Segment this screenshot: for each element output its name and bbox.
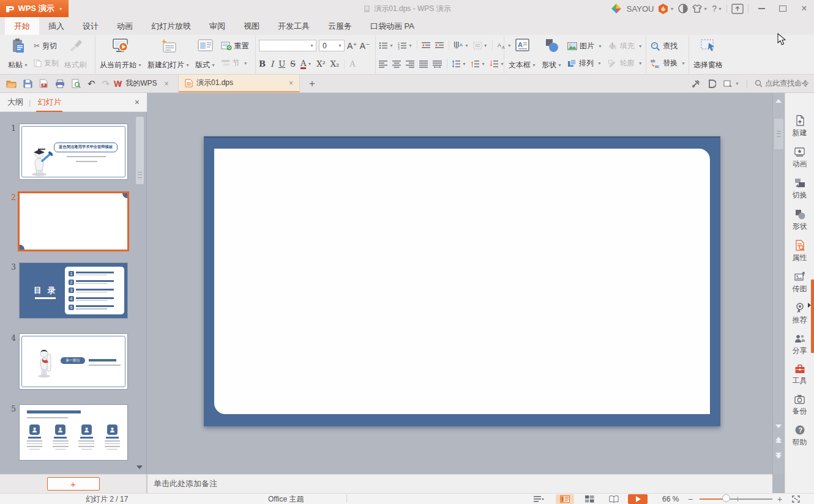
scroll-up-icon[interactable]: [775, 99, 782, 103]
slide-sorter-view-button[interactable]: [580, 494, 599, 504]
decrease-font-button[interactable]: A⁻: [360, 41, 370, 51]
decrease-indent-button[interactable]: [422, 42, 431, 50]
section-button[interactable]: 节▼: [220, 57, 250, 69]
align-left-button[interactable]: [379, 60, 388, 68]
print-icon[interactable]: [55, 80, 65, 88]
thumbnail-scroll-down-icon[interactable]: [136, 465, 143, 469]
close-panel-button[interactable]: ×: [135, 97, 140, 107]
italic-button[interactable]: I: [271, 59, 274, 69]
close-tab-icon[interactable]: ×: [289, 79, 293, 87]
numbering-button[interactable]: 123▼: [398, 42, 413, 50]
increase-font-button[interactable]: A⁺: [347, 41, 357, 51]
bullets-button[interactable]: ▼: [379, 42, 394, 50]
distribute-button[interactable]: [433, 60, 442, 68]
sidebar-item-backup[interactable]: 备份: [793, 394, 807, 417]
tab-home[interactable]: 开始: [5, 17, 39, 35]
copy-button[interactable]: 复制: [32, 57, 60, 69]
minimize-button[interactable]: [753, 2, 770, 15]
skin-theme-button[interactable]: ▼: [692, 4, 708, 13]
subscript-button[interactable]: X₂: [330, 59, 339, 69]
next-slide-button[interactable]: [775, 453, 782, 459]
slides-tab[interactable]: 幻灯片: [36, 93, 62, 112]
find-button[interactable]: 查找: [649, 40, 687, 52]
zoom-out-button[interactable]: −: [688, 494, 693, 504]
justify-button[interactable]: [419, 60, 428, 68]
fit-to-window-button[interactable]: [792, 494, 800, 504]
text-direction-button[interactable]: A▼: [454, 42, 469, 50]
notes-bar[interactable]: 单击此处添加备注: [147, 474, 772, 493]
format-painter-button[interactable]: 格式刷: [63, 36, 88, 73]
zoom-in-button[interactable]: +: [777, 494, 782, 504]
sidebar-item-tools[interactable]: 工具: [793, 364, 807, 386]
previous-slide-button[interactable]: [775, 437, 782, 443]
tab-developer[interactable]: 开发工具: [269, 17, 319, 35]
tab-pocket-animation[interactable]: 口袋动画 PA: [361, 17, 424, 35]
close-tab-icon[interactable]: ×: [165, 80, 169, 88]
canvas-scrollbar[interactable]: [772, 93, 785, 474]
sidebar-item-help[interactable]: ?帮助: [793, 424, 807, 448]
slide-4-thumbnail[interactable]: 第一部分: [20, 334, 127, 389]
sidebar-item-new[interactable]: 新建: [793, 115, 807, 138]
user-name[interactable]: SAYOU: [627, 4, 654, 13]
thumbnail-scrollbar-thumb[interactable]: [136, 117, 144, 184]
tab-cloud[interactable]: 云服务: [319, 17, 361, 35]
sidebar-item-shapes[interactable]: 形状: [793, 209, 807, 232]
current-slide[interactable]: [204, 136, 720, 426]
thumbnail-scrollbar[interactable]: [135, 112, 145, 474]
arrange-button[interactable]: 排列▼: [566, 57, 603, 69]
reset-button[interactable]: 重置: [220, 40, 250, 52]
selection-pane-button[interactable]: 选择窗格: [692, 36, 724, 73]
picture-button[interactable]: 图片▼: [566, 40, 603, 52]
sidebar-item-recommend[interactable]: 推荐: [793, 302, 807, 325]
tab-view[interactable]: 视图: [234, 17, 269, 35]
sidebar-item-animation[interactable]: 动画: [793, 146, 807, 169]
tab-review[interactable]: 审阅: [200, 17, 234, 35]
superscript-button[interactable]: X²: [316, 59, 325, 69]
feedback-icon[interactable]: [678, 4, 688, 13]
slide-2-thumbnail-selected[interactable]: [20, 193, 127, 250]
underline-button[interactable]: U: [278, 59, 285, 69]
outline-tab[interactable]: 大纲: [7, 97, 23, 108]
task-pane-handle[interactable]: [811, 280, 814, 353]
window-layout-button[interactable]: ▼: [723, 80, 739, 87]
scroll-down-icon[interactable]: [775, 424, 782, 428]
fix-tool-icon[interactable]: [692, 80, 700, 88]
tab-wps-home[interactable]: W 我的WPS ×: [108, 75, 179, 92]
paragraph-spacing-before-button[interactable]: ▼: [471, 60, 485, 68]
membership-badge[interactable]: ▼: [658, 4, 674, 14]
reading-view-button[interactable]: [605, 494, 623, 504]
tab-animation[interactable]: 动画: [108, 17, 142, 35]
normal-view-button[interactable]: [556, 494, 574, 504]
help-menu-button[interactable]: ?▼: [712, 4, 722, 13]
hide-ribbon-icon[interactable]: [731, 4, 744, 14]
layout-button[interactable]: 版式▼: [194, 36, 217, 73]
maximize-button[interactable]: [774, 2, 791, 15]
line-spacing-button[interactable]: ▼: [452, 60, 466, 68]
sidebar-item-share[interactable]: 分享: [793, 333, 807, 356]
add-slide-button[interactable]: +: [47, 477, 100, 491]
tab-document[interactable]: 演示01.dps ×: [179, 75, 300, 92]
print-preview-icon[interactable]: [72, 79, 81, 88]
strikethrough-button[interactable]: S: [290, 59, 296, 69]
save-icon[interactable]: [23, 80, 32, 88]
new-tab-button[interactable]: +: [304, 75, 321, 92]
align-center-button[interactable]: [392, 60, 401, 68]
bold-button[interactable]: B: [259, 59, 266, 69]
font-name-select[interactable]: ▼: [259, 40, 316, 51]
canvas-scrollbar-thumb[interactable]: [774, 119, 783, 149]
paste-button[interactable]: 粘贴▼: [7, 36, 29, 73]
play-from-current-button[interactable]: 从当前开始▼: [99, 36, 143, 73]
sidebar-item-transition[interactable]: 切换: [793, 177, 807, 201]
increase-indent-button[interactable]: [435, 42, 444, 50]
slide-3-thumbnail[interactable]: 目 录 1 2 3 4 5: [20, 263, 127, 318]
app-menu-button[interactable]: WPS 演示 ▼: [0, 0, 69, 17]
slide-5-thumbnail[interactable]: [20, 405, 127, 460]
slide-editing-canvas[interactable]: [147, 93, 772, 474]
open-file-icon[interactable]: [6, 80, 17, 88]
tab-slideshow[interactable]: 幻灯片放映: [142, 17, 200, 35]
font-size-select[interactable]: 0▼: [319, 40, 345, 51]
replace-button[interactable]: abac 替换▼: [649, 57, 687, 69]
new-slide-button[interactable]: 新建幻灯片▼: [146, 36, 191, 73]
text-box-button[interactable]: A 文本框▼: [507, 36, 537, 73]
cut-button[interactable]: ✂剪切: [32, 40, 60, 52]
